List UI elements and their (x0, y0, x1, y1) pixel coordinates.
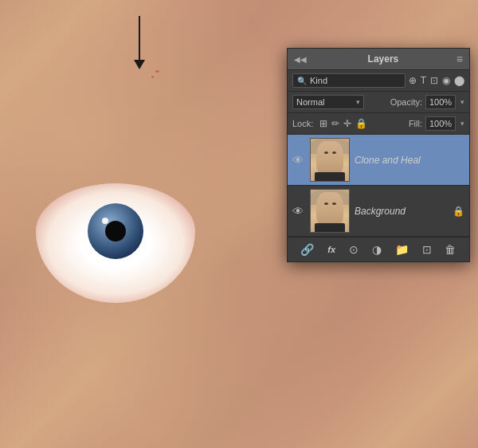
blend-mode-chevron: ▾ (356, 98, 360, 106)
thumb-collar-1 (315, 172, 345, 181)
thumb-eyes-2 (324, 202, 336, 205)
panel-collapse-arrows[interactable]: ◀◀ (294, 55, 307, 64)
lock-move-icon[interactable]: ✛ (343, 118, 351, 129)
fill-input[interactable]: 100% (425, 116, 456, 131)
thumb-face-2 (311, 190, 349, 232)
lock-paint-icon[interactable]: ✏ (331, 118, 339, 129)
filter-kind-label: Kind (310, 76, 327, 85)
toolbar-delete-icon[interactable]: 🗑 (442, 242, 458, 257)
filter-toggle-icon[interactable]: ⬤ (454, 75, 464, 86)
fill-chevron: ▾ (460, 120, 464, 128)
blend-mode-select[interactable]: Normal ▾ (292, 95, 364, 109)
opacity-input[interactable]: 100% (425, 95, 456, 109)
thumb-eyes-1 (324, 151, 336, 154)
search-icon: 🔍 (297, 77, 307, 85)
filter-pixel-icon[interactable]: ⊕ (409, 75, 417, 86)
layer-background[interactable]: 👁 Background 🔒 (288, 186, 469, 237)
layer-name-1: Clone and Heal (355, 155, 464, 166)
fill-label: Fill: (409, 119, 422, 128)
kind-search-box[interactable]: 🔍 Kind (292, 73, 406, 88)
toolbar-fx-icon[interactable]: fx (325, 243, 338, 256)
panel-menu-icon[interactable]: ≡ (456, 53, 463, 65)
layer-lock-icon-2: 🔒 (453, 206, 464, 217)
arrow-line (139, 16, 140, 60)
lock-icons-group: ⊞ ✏ ✛ 🔒 (319, 118, 367, 129)
layer-visibility-toggle-1[interactable]: 👁 (292, 154, 305, 167)
layer-name-2: Background (355, 206, 448, 217)
skin-mark-2 (151, 76, 154, 78)
opacity-label: Opacity: (390, 97, 422, 107)
toolbar-link-icon[interactable]: 🔗 (298, 242, 316, 257)
toolbar-adjustment-icon[interactable]: ◑ (370, 242, 384, 257)
layer-clone-and-heal[interactable]: 👁 Clone and Heal (288, 135, 469, 186)
eye-area (36, 183, 195, 311)
filter-icon-row: ⊕ T ⊡ ◉ ⬤ (409, 75, 464, 86)
lock-label: Lock: (292, 119, 313, 128)
panel-header: ◀◀ Layers ≡ (288, 49, 469, 70)
toolbar-group-icon[interactable]: 📁 (393, 242, 411, 257)
layer-thumbnail-1 (310, 138, 350, 182)
arrow-head (134, 60, 145, 69)
layer-toolbar: 🔗 fx ⊙ ◑ 📁 ⊡ 🗑 (288, 237, 469, 261)
thumb-face-1 (311, 139, 349, 181)
filter-row: 🔍 Kind ⊕ T ⊡ ◉ ⬤ (288, 70, 469, 92)
toolbar-new-fill-icon[interactable]: ⊙ (347, 242, 361, 257)
layers-panel: ◀◀ Layers ≡ 🔍 Kind ⊕ T ⊡ ◉ ⬤ Normal ▾ Op… (287, 48, 470, 262)
blend-mode-value: Normal (296, 97, 324, 107)
filter-shape-icon[interactable]: ⊡ (430, 75, 438, 86)
pupil (105, 221, 126, 242)
skin-mark-1 (155, 70, 159, 73)
opacity-group: Opacity: 100% ▾ (390, 95, 464, 109)
catchlight (102, 218, 108, 224)
layer-visibility-toggle-2[interactable]: 👁 (292, 205, 305, 218)
iris (88, 203, 143, 259)
toolbar-new-layer-icon[interactable]: ⊡ (420, 242, 434, 257)
panel-title: Layers (368, 53, 399, 65)
thumb-collar-2 (315, 223, 345, 232)
thumb-eye-left-1 (324, 151, 328, 154)
thumb-eye-right-2 (332, 202, 336, 205)
thumb-eye-right-1 (332, 151, 336, 154)
lock-fill-row: Lock: ⊞ ✏ ✛ 🔒 Fill: 100% ▾ (288, 113, 469, 135)
blend-opacity-row: Normal ▾ Opacity: 100% ▾ (288, 92, 469, 113)
fill-group: Fill: 100% ▾ (409, 116, 464, 131)
lock-all-icon[interactable]: 🔒 (355, 118, 367, 129)
filter-smart-icon[interactable]: ◉ (442, 75, 450, 86)
layers-list: 👁 Clone and Heal 👁 (288, 135, 469, 237)
filter-type-icon[interactable]: T (421, 75, 426, 86)
arrow-indicator (134, 16, 145, 69)
eye-white (36, 183, 195, 303)
layer-thumbnail-2 (310, 189, 350, 233)
lock-transparency-icon[interactable]: ⊞ (319, 118, 327, 129)
opacity-chevron: ▾ (460, 98, 464, 106)
thumb-eye-left-2 (324, 202, 328, 205)
